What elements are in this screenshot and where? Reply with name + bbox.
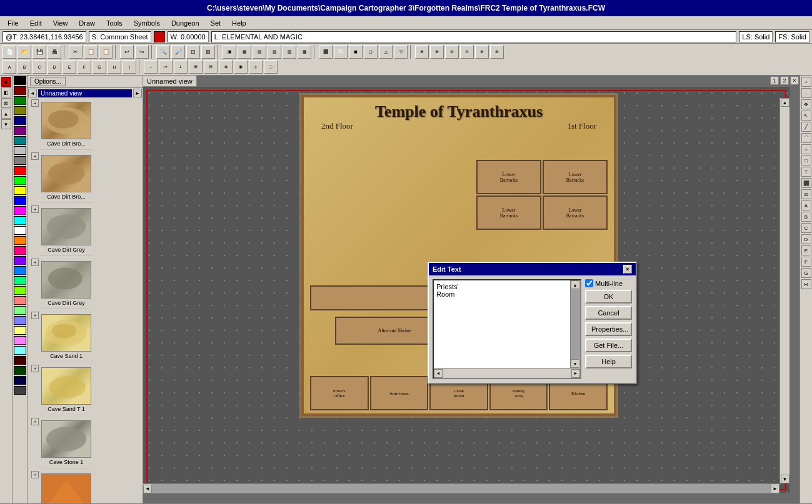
rt-text[interactable]: T (801, 167, 811, 177)
tb-print[interactable]: 🖶 (48, 45, 61, 59)
palette-color-ff8080[interactable] (14, 296, 26, 305)
tb-copy[interactable]: 📋 (84, 45, 98, 59)
tb-b2[interactable]: ▦ (238, 45, 251, 59)
canvas-area[interactable]: Unnamed view 1 2 × Temple of Tyranthraxu… (143, 76, 799, 503)
sidebar-item-cave-dirt-grey-1[interactable]: Cave Dirt Grey (40, 205, 93, 256)
dialog-ok-button[interactable]: OK (585, 290, 632, 304)
sidebar-expand-1[interactable]: + (31, 99, 39, 107)
tb-f8[interactable]: ◊ (249, 60, 263, 74)
tb-e1[interactable]: A (3, 60, 16, 74)
palette-color-c0c0c0[interactable] (14, 146, 26, 155)
palette-color-ff80ff[interactable] (14, 336, 26, 345)
tb-e3[interactable]: C (33, 60, 46, 74)
tb-f5[interactable]: ⊟ (204, 60, 218, 74)
palette-color-00ffff[interactable] (14, 216, 26, 225)
rt-c[interactable]: C (801, 223, 811, 233)
lt-btn-4[interactable]: ▲ (1, 109, 11, 119)
tb-c3[interactable]: ◼ (349, 45, 363, 59)
tb-e7[interactable]: G (93, 60, 106, 74)
sidebar-expand-2[interactable]: + (31, 152, 39, 160)
hscroll-right-btn[interactable]: ► (771, 485, 779, 493)
dialog-textarea[interactable]: Priests' Room (434, 280, 570, 368)
sidebar-expand-3[interactable]: + (31, 205, 39, 213)
rt-curve[interactable]: ⌒ (801, 133, 811, 143)
menu-symbols[interactable]: Symbols (129, 18, 165, 28)
tb-f9[interactable]: ◌ (264, 60, 278, 74)
tb-f6[interactable]: ◈ (219, 60, 233, 74)
lt-btn-1[interactable]: ■ (1, 77, 11, 87)
tb-e8[interactable]: H (108, 60, 121, 74)
tb-zoom-in[interactable]: 🔍 (156, 45, 170, 59)
rt-b[interactable]: B (801, 212, 811, 222)
sidebar-item-cave-dirt-brown-1[interactable]: Cave Dirt Bro... (40, 99, 93, 150)
rt-circle[interactable]: ○ (801, 144, 811, 154)
lt-btn-3[interactable]: ⊠ (1, 98, 11, 108)
menu-dungeon[interactable]: Dungeon (166, 18, 204, 28)
tb-e5[interactable]: E (63, 60, 76, 74)
vscroll-up-btn[interactable]: ▲ (781, 98, 789, 107)
menu-tools[interactable]: Tools (101, 18, 128, 28)
tb-d4[interactable]: ⊙ (460, 45, 474, 59)
tb-redo[interactable]: ↪ (135, 45, 149, 59)
dialog-getfile-button[interactable]: Get File... (585, 338, 632, 352)
vscroll-down[interactable]: ▼ (571, 359, 579, 368)
palette-color-008000[interactable] (14, 96, 26, 105)
sidebar-expand-4[interactable]: + (31, 259, 39, 266)
palette-color-ffff80[interactable] (14, 326, 26, 335)
palette-color-000000[interactable] (14, 76, 26, 85)
vscroll-track[interactable] (571, 289, 580, 359)
color-swatch[interactable] (154, 31, 165, 42)
tb-f7[interactable]: ◉ (234, 60, 248, 74)
menu-file[interactable]: File (3, 18, 24, 28)
palette-color-80ff80[interactable] (14, 306, 26, 315)
menu-set[interactable]: Set (206, 18, 226, 28)
palette-color-000040[interactable] (14, 376, 26, 385)
tb-zoom-fit[interactable]: ⊡ (186, 45, 200, 59)
sidebar-item-cave-sand-t-1[interactable]: Cave Sand T 1 (40, 365, 93, 415)
tb-f1[interactable]: → (144, 60, 158, 74)
tb-b6[interactable]: ▩ (298, 45, 311, 59)
palette-color-80ff00[interactable] (14, 286, 26, 295)
rt-zoom-in[interactable]: + (801, 77, 811, 87)
tb-d5[interactable]: ⊚ (475, 45, 489, 59)
palette-color-404040[interactable] (14, 386, 26, 395)
sidebar-expand-5[interactable]: + (31, 312, 39, 319)
tb-d3[interactable]: ⊘ (445, 45, 459, 59)
sidebar-item-cave-stone-1[interactable]: Cave Stone 1 (40, 418, 93, 468)
tb-save[interactable]: 💾 (33, 45, 46, 59)
tb-b1[interactable]: ▣ (223, 45, 236, 59)
menu-help[interactable]: Help (227, 18, 251, 28)
textarea-hscroll[interactable]: ◄ ► (434, 368, 580, 378)
rt-select[interactable]: ↖ (801, 111, 811, 121)
tb-c5[interactable]: △ (379, 45, 393, 59)
palette-color-000080[interactable] (14, 116, 26, 125)
sidebar-options-button[interactable]: Options... (30, 77, 66, 86)
palette-color-800000[interactable] (14, 86, 26, 95)
rt-rect[interactable]: □ (801, 156, 811, 166)
tb-c6[interactable]: ▽ (394, 45, 408, 59)
tb-cut[interactable]: ✂ (69, 45, 83, 59)
hscroll-right[interactable]: ► (571, 369, 580, 378)
palette-color-ffffff[interactable] (14, 226, 26, 235)
sidebar-item-cave-dirt-grey-2[interactable]: Cave Dirt Grey (40, 259, 93, 309)
tb-d2[interactable]: ⊗ (430, 45, 444, 59)
palette-color-008080[interactable] (14, 136, 26, 145)
view-ctrl-2[interactable]: 2 (780, 76, 789, 85)
view-ctrl-1[interactable]: 1 (770, 76, 779, 85)
menu-edit[interactable]: Edit (25, 18, 47, 28)
rt-e[interactable]: E (801, 245, 811, 255)
tb-paste[interactable]: 📋 (99, 45, 113, 59)
palette-color-004000[interactable] (14, 366, 26, 375)
sidebar-item-8[interactable] (40, 471, 93, 503)
tb-zoom-out[interactable]: 🔎 (171, 45, 185, 59)
palette-color-808000[interactable] (14, 106, 26, 115)
lt-btn-2[interactable]: ◧ (1, 87, 11, 97)
dialog-properties-button[interactable]: Properties... (585, 322, 632, 336)
tb-b4[interactable]: ▧ (268, 45, 281, 59)
tb-e4[interactable]: D (48, 60, 61, 74)
palette-color-8080ff[interactable] (14, 316, 26, 325)
sidebar-scroll-right[interactable]: ► (133, 89, 142, 97)
vscroll-up[interactable]: ▲ (571, 280, 579, 289)
tb-f2[interactable]: ⇒ (159, 60, 173, 74)
vertical-scrollbar[interactable]: ▲ ▼ (779, 98, 789, 483)
